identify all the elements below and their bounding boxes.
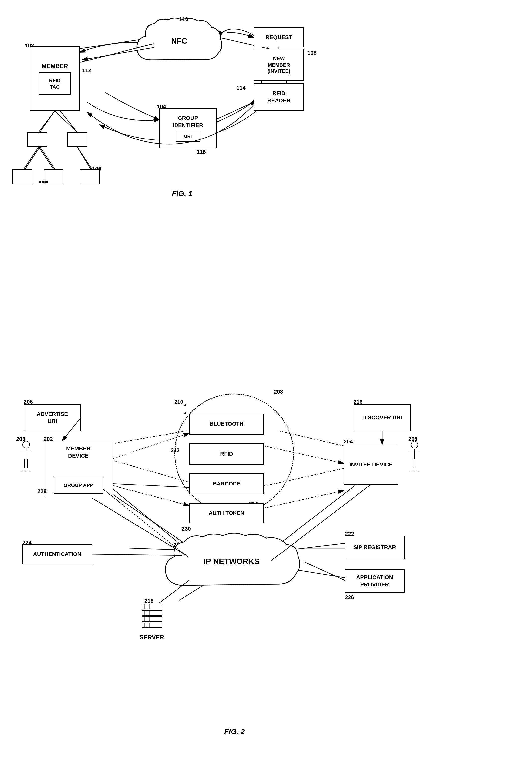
uri-box-fig1: URI <box>175 131 200 142</box>
ref-210: 210 <box>174 399 183 405</box>
fig1-caption: FIG. 1 <box>172 189 192 198</box>
rfid-box-fig2: RFID <box>189 443 264 465</box>
svg-line-58 <box>24 147 38 169</box>
svg-line-60 <box>77 147 91 169</box>
rfid-label-fig2: RFID <box>220 450 233 458</box>
request-label: REQUEST <box>266 34 292 41</box>
cluster-dots: •• <box>184 401 187 417</box>
rfid-tag-label: RFIDTAG <box>49 77 61 90</box>
member-label: MEMBER <box>38 62 71 70</box>
member-box: MEMBER RFIDTAG <box>30 46 80 111</box>
barcode-box: BARCODE <box>189 473 264 495</box>
rfid-tag-box: RFIDTAG <box>38 72 71 95</box>
server-label: SERVER <box>140 634 164 641</box>
svg-text:IP NETWORKS: IP NETWORKS <box>203 557 259 566</box>
svg-rect-28 <box>142 623 162 628</box>
svg-line-5 <box>57 107 77 132</box>
auth-token-box: AUTH TOKEN <box>189 503 264 523</box>
svg-rect-26 <box>142 610 162 615</box>
ref-116: 116 <box>197 149 206 155</box>
ref-112: 112 <box>82 67 91 74</box>
new-member-label: NEWMEMBER(INVITEE) <box>267 55 290 74</box>
group-identifier-box: GROUPIDENTIFIER URI <box>159 108 217 148</box>
svg-line-7 <box>40 147 55 169</box>
svg-text:NFC: NFC <box>171 37 187 45</box>
group-app-box: GROUP APP <box>53 477 103 494</box>
sip-registrar-label: SIP REGISTRAR <box>354 544 396 551</box>
ref-226: 226 <box>345 594 354 601</box>
advertise-uri-label: ADVERTISEURI <box>36 411 68 425</box>
authentication-label: AUTHENTICATION <box>33 551 81 558</box>
request-box: REQUEST <box>254 28 304 47</box>
diagram-container: 102 MEMBER RFIDTAG 112 NFC 110 REQUEST 1… <box>0 0 532 762</box>
person-invitee: - - - <box>406 441 423 474</box>
ref-114: 114 <box>236 85 246 91</box>
uri-label-fig1: URI <box>184 133 192 139</box>
ip-networks-cloud: IP NETWORKS <box>159 531 304 595</box>
tree-node-1 <box>28 132 47 147</box>
ref-110: 110 <box>179 16 188 23</box>
tree-node-3 <box>13 169 33 184</box>
member-device-box: MEMBERDEVICE GROUP APP <box>43 441 113 498</box>
application-provider-label: APPLICATION PROVIDER <box>345 574 404 588</box>
rfid-reader-box: RFIDREADER <box>254 83 304 111</box>
svg-line-4 <box>40 107 57 132</box>
member-device-label: MEMBERDEVICE <box>66 445 91 459</box>
ref-108: 108 <box>307 50 317 56</box>
server-container: SERVER <box>129 603 174 648</box>
sip-registrar-box: SIP REGISTRAR <box>345 536 405 559</box>
group-app-label: GROUP APP <box>64 482 93 489</box>
new-member-box: NEWMEMBER(INVITEE) <box>254 48 304 81</box>
authentication-box: AUTHENTICATION <box>23 544 92 564</box>
svg-line-57 <box>55 111 77 132</box>
svg-line-56 <box>38 111 55 132</box>
server-icon <box>139 603 164 633</box>
svg-line-6 <box>25 147 40 169</box>
bluetooth-label: BLUETOOTH <box>210 420 243 428</box>
discover-uri-label: DISCOVER URI <box>363 414 402 421</box>
barcode-label: BARCODE <box>213 480 240 488</box>
ref-212: 212 <box>170 447 180 454</box>
tree-node-5 <box>80 169 100 184</box>
advertise-uri-box: ADVERTISEURI <box>24 404 81 431</box>
fig2-lines <box>0 0 532 762</box>
svg-line-8 <box>77 147 92 169</box>
ref-204: 204 <box>344 438 353 445</box>
svg-line-59 <box>38 147 53 169</box>
svg-rect-27 <box>142 617 162 622</box>
ref-228: 228 <box>37 488 46 495</box>
tree-ellipsis: ••• <box>38 177 48 187</box>
group-identifier-label: GROUPIDENTIFIER <box>173 114 203 129</box>
bluetooth-box: BLUETOOTH <box>189 414 264 435</box>
ref-208: 208 <box>274 389 283 395</box>
lines-overlay <box>0 0 532 762</box>
svg-line-44 <box>113 486 189 506</box>
application-provider-box: APPLICATION PROVIDER <box>345 569 405 593</box>
auth-token-label: AUTH TOKEN <box>209 510 244 517</box>
invitee-device-label: INVITEE DEVICE <box>349 461 393 468</box>
svg-rect-25 <box>142 604 162 609</box>
rfid-reader-label: RFIDREADER <box>267 90 291 104</box>
discover-uri-box: DISCOVER URI <box>354 404 411 431</box>
svg-line-51 <box>304 562 345 580</box>
fig2-caption: FIG. 2 <box>224 727 245 736</box>
invitee-device-box: INVITEE DEVICE <box>344 445 398 485</box>
tree-node-2 <box>67 132 87 147</box>
person-member: - - - <box>18 441 35 474</box>
nfc-cloud: NFC <box>132 15 227 70</box>
